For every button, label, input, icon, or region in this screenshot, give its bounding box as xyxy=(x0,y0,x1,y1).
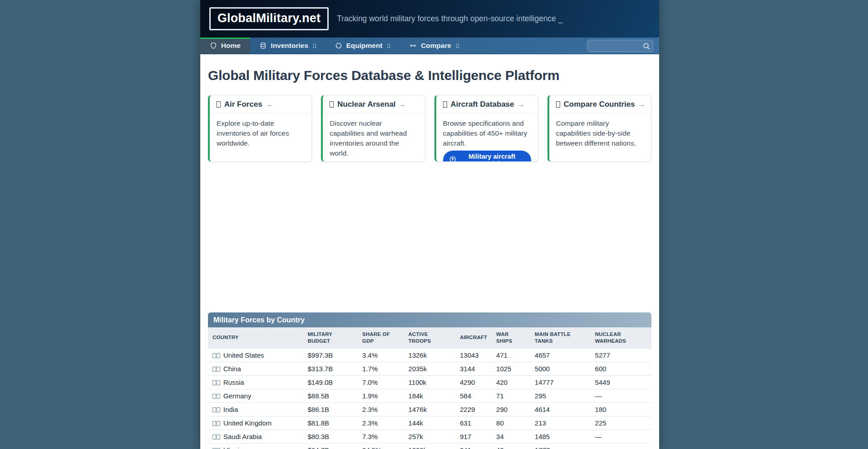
search-icon[interactable] xyxy=(642,42,651,50)
table-row-saudi-arabia: Saudi Arabia$80.3B7.3%257k917341485— xyxy=(208,430,651,443)
value-link[interactable]: 5277 xyxy=(590,348,651,362)
country-link[interactable]: Russia xyxy=(208,375,303,389)
card-title-link[interactable]: Nuclear Arsenal→ xyxy=(323,95,425,113)
value-cell: 4657 xyxy=(530,348,590,362)
nav-item-inventories[interactable]: Inventories xyxy=(250,38,326,54)
card-title: Nuclear Arsenal xyxy=(337,100,396,109)
value-cell: 1476k xyxy=(404,402,455,416)
shield-icon xyxy=(210,42,217,49)
arrow-right-icon: → xyxy=(399,100,406,109)
country-name: Ukraine xyxy=(223,446,247,449)
country-link[interactable]: India xyxy=(208,402,303,416)
value-link[interactable]: 341 xyxy=(455,443,491,449)
country-flag-placeholder-icon xyxy=(212,433,220,440)
value-cell: 2035k xyxy=(404,362,455,375)
arrow-up-circle-icon xyxy=(449,156,456,162)
value-link[interactable]: 13043 xyxy=(455,348,491,362)
value-link[interactable]: 5449 xyxy=(590,375,651,389)
country-name: United States xyxy=(223,351,264,359)
country-flag-placeholder-icon xyxy=(212,351,220,359)
value-cell: $88.5B xyxy=(303,389,358,402)
value-link[interactable]: 4290 xyxy=(455,375,491,389)
search-box xyxy=(587,40,653,52)
site-tagline: Tracking world military forces through o… xyxy=(337,14,562,24)
value-cell: 3.4% xyxy=(358,348,404,362)
value-cell: 184k xyxy=(404,389,455,402)
value-cell: 1.7% xyxy=(358,362,404,375)
country-flag-placeholder-icon xyxy=(212,365,220,373)
country-link[interactable]: Saudi Arabia xyxy=(208,430,303,443)
value-link[interactable]: 2229 xyxy=(455,402,491,416)
value-cell: 2.3% xyxy=(358,416,404,430)
value-cell: 7.3% xyxy=(358,430,404,443)
card-description: Discover nuclear capabilities and warhea… xyxy=(330,119,407,157)
value-cell: — xyxy=(590,430,651,443)
value-link[interactable]: 34 xyxy=(492,430,530,443)
emoji-placeholder-icon xyxy=(217,101,221,108)
value-link[interactable]: 43 xyxy=(492,443,530,449)
value-link[interactable]: 631 xyxy=(455,416,491,430)
value-cell: 213 xyxy=(530,416,590,430)
table-row-india: India$86.1B2.3%1476k22292904614180 xyxy=(208,402,651,416)
main-area: Global Military Forces Database & Intell… xyxy=(200,54,659,449)
card-title: Compare Countries xyxy=(564,100,635,109)
nav-item-home[interactable]: Home xyxy=(200,38,250,54)
value-link[interactable]: 180 xyxy=(590,402,651,416)
forces-table-section: Military Forces by Country COUNTRYMILITA… xyxy=(208,312,651,449)
value-cell: 1100k xyxy=(404,375,455,389)
card-compare-countries: Compare Countries→Compare military capab… xyxy=(547,95,651,162)
value-cell: — xyxy=(590,389,651,402)
card-title-link[interactable]: Aircraft Database→ xyxy=(436,95,538,113)
value-cell: 1326k xyxy=(404,348,455,362)
table-row-united-states: United States$997.3B3.4%1326k13043471465… xyxy=(208,348,651,362)
table-row-china: China$313.7B1.7%2035k314410255000600 xyxy=(208,362,651,375)
dropdown-indicator-icon xyxy=(456,44,459,48)
column-header-active-troops: ACTIVE TROOPS xyxy=(404,327,455,348)
forces-table: COUNTRYMILITARY BUDGETSHARE OF GDPACTIVE… xyxy=(208,327,651,449)
military-aircraft-models-button[interactable]: Military aircraft models xyxy=(443,151,531,162)
country-name: Russia xyxy=(223,378,244,386)
table-row-ukraine: Ukraine$64.7B34.5%1000k341431777— xyxy=(208,443,651,449)
nav-item-label: Inventories xyxy=(271,42,308,50)
country-flag-placeholder-icon xyxy=(212,446,220,449)
column-header-war-ships: WAR SHIPS xyxy=(492,327,530,348)
value-cell: 144k xyxy=(404,416,455,430)
column-header-main-battle-tanks: MAIN BATTLE TANKS xyxy=(530,327,590,348)
country-flag-placeholder-icon xyxy=(212,392,220,400)
arrow-right-icon: → xyxy=(265,100,273,109)
value-link[interactable]: 225 xyxy=(590,416,651,430)
value-link[interactable]: 471 xyxy=(492,348,530,362)
card-title-link[interactable]: Compare Countries→ xyxy=(549,95,651,113)
value-cell: $313.7B xyxy=(303,362,358,375)
country-name: India xyxy=(223,406,238,413)
column-header-aircraft: AIRCRAFT xyxy=(455,327,491,348)
value-cell: $81.8B xyxy=(303,416,358,430)
nav-item-compare[interactable]: Compare xyxy=(400,38,468,54)
circle-gear-icon xyxy=(335,42,342,49)
country-link[interactable]: China xyxy=(208,362,303,375)
value-link[interactable]: 420 xyxy=(492,375,530,389)
card-body: Explore up-to-date inventories of air fo… xyxy=(210,113,311,153)
nav-item-equipment[interactable]: Equipment xyxy=(326,38,400,54)
database-icon xyxy=(259,42,267,49)
value-link[interactable]: 584 xyxy=(455,389,491,402)
value-cell: 2.3% xyxy=(358,402,404,416)
card-air-forces: Air Forces→Explore up-to-date inventorie… xyxy=(208,95,312,162)
value-link[interactable]: 1025 xyxy=(492,362,530,375)
value-link[interactable]: 80 xyxy=(492,416,530,430)
country-link[interactable]: United Kingdom xyxy=(208,416,303,430)
value-link[interactable]: 600 xyxy=(590,362,651,375)
country-link[interactable]: Ukraine xyxy=(208,443,303,449)
value-link[interactable]: 290 xyxy=(492,402,530,416)
value-link[interactable]: 71 xyxy=(492,389,530,402)
country-flag-placeholder-icon xyxy=(212,406,220,413)
card-title-link[interactable]: Air Forces→ xyxy=(210,95,311,113)
country-link[interactable]: United States xyxy=(208,348,303,362)
column-header-share-of-gdp: SHARE OF GDP xyxy=(358,327,404,348)
table-row-germany: Germany$88.5B1.9%184k58471295— xyxy=(208,389,651,402)
page-title: Global Military Forces Database & Intell… xyxy=(208,68,651,83)
country-link[interactable]: Germany xyxy=(208,389,303,402)
value-link[interactable]: 917 xyxy=(455,430,491,443)
site-logo[interactable]: GlobalMilitary.net xyxy=(209,7,329,30)
value-link[interactable]: 3144 xyxy=(455,362,491,375)
